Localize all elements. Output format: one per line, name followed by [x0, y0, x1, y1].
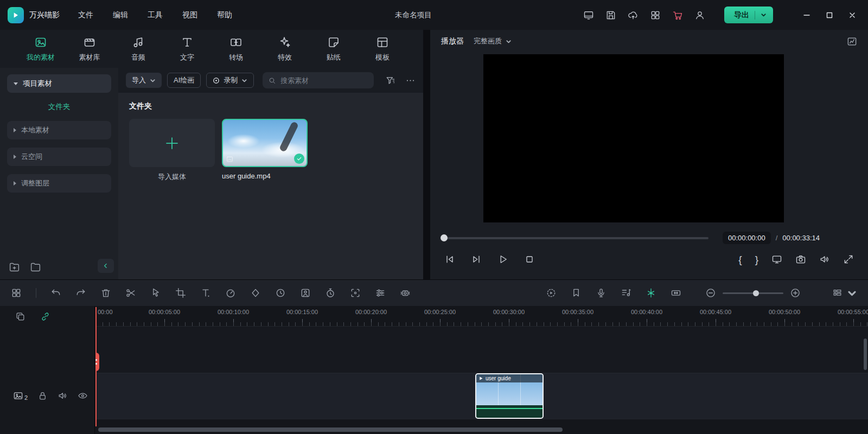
- duplicate-icon[interactable]: [15, 311, 25, 322]
- layout-panel-icon[interactable]: [583, 10, 594, 21]
- tab-templates[interactable]: 模板: [358, 36, 407, 62]
- sidebar-item-adjustment-layer[interactable]: 调整图层: [7, 174, 111, 193]
- mute-track-icon[interactable]: [58, 391, 68, 401]
- minimize-button[interactable]: [799, 7, 815, 23]
- playhead-handle[interactable]: [95, 353, 99, 371]
- beat-detect-button[interactable]: [646, 288, 656, 298]
- zoom-slider-handle[interactable]: [753, 290, 759, 296]
- sidebar-item-local-media[interactable]: 本地素材: [7, 121, 111, 139]
- record-button[interactable]: 录制: [206, 73, 254, 88]
- play-button[interactable]: [497, 254, 508, 265]
- render-preview-button[interactable]: [546, 288, 557, 298]
- track-manager-icon[interactable]: [11, 288, 22, 298]
- fullscreen-button[interactable]: [843, 254, 854, 265]
- search-box[interactable]: [263, 72, 374, 88]
- maximize-button[interactable]: [821, 7, 838, 23]
- horizontal-scrollbar[interactable]: [98, 427, 563, 432]
- voiceover-button[interactable]: [596, 288, 607, 298]
- quick-text-button[interactable]: [200, 288, 211, 298]
- import-media-card[interactable]: 导入媒体: [129, 119, 215, 182]
- scopes-icon[interactable]: [847, 36, 857, 47]
- close-button[interactable]: [844, 7, 860, 23]
- workspace-grid-icon[interactable]: [650, 10, 661, 21]
- keyframe-button[interactable]: [250, 288, 261, 298]
- timer-button[interactable]: [325, 288, 336, 298]
- auto-ripple-button[interactable]: [671, 288, 681, 298]
- mark-out-button[interactable]: }: [755, 254, 758, 265]
- seek-handle[interactable]: [441, 234, 448, 241]
- zoom-in-button[interactable]: [790, 288, 801, 298]
- quality-dropdown[interactable]: 完整画质: [474, 36, 512, 46]
- adjust-button[interactable]: [375, 288, 386, 298]
- timeline-ruler[interactable]: 00:00 00:00:05:00 00:00:10:00 00:00:15:0…: [95, 307, 868, 326]
- video-preview[interactable]: [483, 54, 784, 222]
- import-button[interactable]: 导入: [126, 73, 162, 88]
- tab-stickers[interactable]: 贴纸: [309, 36, 358, 62]
- seek-bar[interactable]: [442, 237, 709, 239]
- ai-paint-button[interactable]: AI绘画: [167, 73, 201, 88]
- prev-frame-button[interactable]: [444, 254, 455, 265]
- menu-help[interactable]: 帮助: [217, 10, 232, 20]
- player-header: 播放器 完整画质: [430, 30, 868, 53]
- menu-view[interactable]: 视图: [182, 10, 197, 20]
- playhead[interactable]: [95, 307, 97, 426]
- sidebar-item-cloud[interactable]: 云空间: [7, 148, 111, 166]
- tab-my-media[interactable]: 我的素材: [16, 36, 65, 62]
- media-cards: 导入媒体 user guide.mp4: [129, 119, 412, 182]
- marker-button[interactable]: [571, 288, 582, 298]
- volume-button[interactable]: [819, 254, 830, 265]
- cloud-upload-icon[interactable]: [628, 10, 639, 21]
- tab-audio[interactable]: 音频: [114, 36, 163, 62]
- quick-split-button[interactable]: [150, 288, 161, 298]
- track-view-switch[interactable]: [832, 288, 857, 298]
- tab-stock-media[interactable]: 素材库: [65, 36, 114, 62]
- cart-icon[interactable]: [672, 10, 683, 21]
- tab-transition[interactable]: 转场: [212, 36, 260, 62]
- media-thumbnail[interactable]: [222, 119, 308, 167]
- speed-button[interactable]: [225, 288, 236, 298]
- folder-icon[interactable]: [30, 261, 41, 273]
- next-frame-button[interactable]: [471, 254, 482, 265]
- delete-button[interactable]: [100, 288, 111, 298]
- collapse-sidebar-button[interactable]: [98, 259, 114, 273]
- media-item-card[interactable]: user guide.mp4: [222, 119, 308, 182]
- save-icon[interactable]: [605, 10, 616, 21]
- redo-button[interactable]: [75, 288, 86, 298]
- portrait-mask-button[interactable]: [300, 288, 311, 298]
- preview-on-display-button[interactable]: [771, 254, 782, 265]
- stabilize-button[interactable]: [400, 288, 411, 298]
- track-lane-upper[interactable]: [95, 326, 868, 372]
- sidebar-group-project-media[interactable]: 项目素材: [7, 74, 111, 93]
- link-icon[interactable]: [40, 311, 50, 322]
- timeline-clip[interactable]: user guide: [475, 373, 544, 419]
- lock-track-icon[interactable]: [37, 391, 48, 401]
- more-icon[interactable]: [405, 75, 416, 86]
- track-area[interactable]: 00:00 00:00:05:00 00:00:10:00 00:00:15:0…: [95, 306, 868, 434]
- zoom-out-button[interactable]: [705, 288, 716, 298]
- menu-file[interactable]: 文件: [78, 10, 93, 20]
- split-button[interactable]: [125, 288, 136, 298]
- tab-text[interactable]: 文字: [163, 36, 212, 62]
- export-button[interactable]: 导出: [724, 7, 773, 23]
- vertical-scrollbar[interactable]: [864, 339, 867, 370]
- search-input[interactable]: [280, 76, 368, 85]
- video-track-indicator[interactable]: 2: [13, 391, 28, 401]
- account-icon[interactable]: [694, 10, 705, 21]
- undo-button[interactable]: [50, 288, 61, 298]
- mark-in-button[interactable]: {: [738, 254, 742, 265]
- zoom-slider[interactable]: [723, 292, 783, 294]
- add-folder-icon[interactable]: [9, 261, 20, 273]
- sidebar-item-folder[interactable]: 文件夹: [7, 102, 111, 112]
- stop-button[interactable]: [524, 254, 535, 265]
- audio-mixer-button[interactable]: [621, 288, 631, 298]
- motion-track-button[interactable]: [350, 288, 361, 298]
- menu-tools[interactable]: 工具: [148, 10, 163, 20]
- duration-button[interactable]: [275, 288, 286, 298]
- tab-effects[interactable]: 特效: [260, 36, 309, 62]
- menu-edit[interactable]: 编辑: [113, 10, 128, 20]
- filter-icon[interactable]: [385, 75, 395, 86]
- crop-button[interactable]: [175, 288, 186, 298]
- snapshot-button[interactable]: [795, 254, 806, 265]
- hide-track-icon[interactable]: [78, 391, 88, 401]
- import-media-tile[interactable]: [129, 119, 215, 167]
